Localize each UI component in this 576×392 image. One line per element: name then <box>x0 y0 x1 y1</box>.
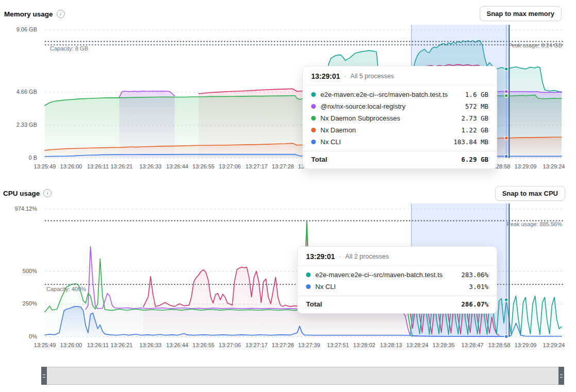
process-name: Nx Daemon Subprocesses <box>320 114 456 122</box>
x-axis-tick-label: 13:29:24 <box>543 163 565 169</box>
series-color-dot <box>306 272 311 277</box>
process-value: 3.01% <box>469 283 488 291</box>
tooltip-header: 13:29:01 · All 2 processes <box>298 247 497 265</box>
process-value: 1.6 GB <box>465 91 488 98</box>
x-axis-tick-label: 13:26:33 <box>140 342 162 348</box>
x-axis-tick-label: 13:26:44 <box>166 342 189 348</box>
process-name: @nx/nx-source:local-registry <box>320 103 461 110</box>
tooltip-row: e2e-maven:e2e-ci--src/maven-batch.test.t… <box>298 269 497 281</box>
x-axis-tick-label: 13:27:28 <box>272 163 294 169</box>
crosshair-dot <box>504 335 508 338</box>
tooltip-separator: · <box>344 73 346 80</box>
x-axis-tick-label: 13:27:17 <box>246 163 268 169</box>
series-color-dot <box>306 284 311 289</box>
tooltip-total-value: 6.29 GB <box>461 156 488 163</box>
x-axis-tick-label: 13:28:13 <box>380 342 402 348</box>
x-axis-tick-label: 13:29:09 <box>515 163 537 169</box>
y-axis-tick-label: 9.06 GB <box>16 26 37 32</box>
process-value: 283.06% <box>461 271 488 279</box>
series-color-dot <box>311 128 316 132</box>
snap-to-max-memory-button[interactable]: Snap to max memory <box>480 6 562 21</box>
memory-chart-title: Memory usage <box>4 10 53 18</box>
crosshair-dot <box>504 67 508 71</box>
y-axis-tick-label: 4.66 GB <box>16 89 37 95</box>
cpu-peak-label: Peak usage: 885.56% <box>506 221 562 227</box>
x-axis-tick-label: 13:28:58 <box>488 342 511 348</box>
process-name: Nx Daemon <box>320 126 456 134</box>
x-axis-tick-label: 13:27:17 <box>246 342 268 348</box>
cpu-y-axis: 974.12%500%250%0% <box>0 203 40 337</box>
tooltip-rows: e2e-maven:e2e-ci--src/maven-batch.test.t… <box>303 85 497 148</box>
tooltip-row: Nx CLI183.84 MB <box>303 136 497 148</box>
x-axis-tick-label: 13:25:49 <box>34 163 56 169</box>
cpu-info-icon[interactable]: i <box>43 189 52 197</box>
x-axis-tick-label: 13:26:55 <box>193 163 215 169</box>
tooltip-row: Nx CLI3.01% <box>298 281 497 293</box>
x-axis-tick-label: 13:26:44 <box>166 163 189 169</box>
tooltip-time: 13:29:01 <box>306 252 335 261</box>
process-name: e2e-maven:e2e-ci--src/maven-batch.test.t… <box>315 271 456 279</box>
x-axis-tick-label: 13:29:09 <box>515 342 537 348</box>
tooltip-total-row: Total 286.07% <box>298 296 497 313</box>
process-value: 572 MB <box>465 103 488 110</box>
cpu-x-axis: 13:25:4913:26:0013:26:1113:26:2113:26:33… <box>45 342 563 350</box>
brush-handle-right[interactable] <box>558 367 564 385</box>
x-axis-tick-label: 13:26:00 <box>60 342 82 348</box>
tooltip-subtitle: All 2 processes <box>345 253 389 260</box>
memory-chart-header: Memory usage i <box>4 10 65 18</box>
crosshair-dot <box>504 90 508 93</box>
x-axis-tick-label: 13:26:21 <box>111 163 133 169</box>
x-axis-tick-label: 13:28:47 <box>462 342 484 348</box>
memory-y-axis: 9.06 GB4.66 GB2.33 GB0 B <box>0 25 40 159</box>
process-name: e2e-maven:e2e-ci--src/maven-batch.test.t… <box>320 91 461 98</box>
brush-handle-left[interactable] <box>41 367 47 385</box>
x-axis-tick-label: 13:27:06 <box>219 163 241 169</box>
y-axis-tick-label: 0% <box>29 333 37 339</box>
crosshair-dot <box>504 94 508 97</box>
tooltip-time: 13:29:01 <box>311 72 340 80</box>
y-axis-tick-label: 2.33 GB <box>16 122 37 128</box>
tooltip-separator: · <box>339 253 341 260</box>
x-axis-tick-label: 13:26:11 <box>87 163 109 169</box>
x-axis-tick-label: 13:27:06 <box>219 342 241 348</box>
x-axis-tick-label: 13:26:00 <box>60 163 82 169</box>
x-axis-tick-label: 13:27:39 <box>298 342 320 348</box>
crosshair-dot <box>504 155 508 158</box>
x-axis-tick-label: 13:26:21 <box>111 342 133 348</box>
tooltip-subtitle: All 5 processes <box>350 73 394 80</box>
profiler-page: Memory usage i Snap to max memory 9.06 G… <box>0 0 576 392</box>
x-axis-tick-label: 13:29:24 <box>543 342 565 348</box>
process-value: 183.84 MB <box>453 138 488 146</box>
grip-icon <box>43 374 45 378</box>
series-color-dot <box>311 104 316 109</box>
process-name: Nx CLI <box>315 283 464 291</box>
cpu-capacity-label: Capacity: 400% <box>46 286 86 292</box>
crosshair-dot <box>504 137 508 140</box>
tooltip-row: Nx Daemon1.22 GB <box>303 124 497 136</box>
series-color-dot <box>311 140 316 144</box>
x-axis-tick-label: 13:26:55 <box>193 342 215 348</box>
x-axis-tick-label: 13:26:11 <box>87 342 109 348</box>
memory-info-icon[interactable]: i <box>57 10 65 18</box>
process-value: 1.22 GB <box>461 126 488 134</box>
memory-capacity-label: Capacity: 8 GB <box>50 45 88 52</box>
x-axis-tick-label: 13:28:24 <box>406 342 429 348</box>
process-value: 2.73 GB <box>461 114 488 122</box>
tooltip-total-row: Total 6.29 GB <box>303 151 497 168</box>
tooltip-row: @nx/nx-source:local-registry572 MB <box>303 100 497 112</box>
tooltip-header: 13:29:01 · All 5 processes <box>303 66 497 85</box>
snap-to-max-cpu-button[interactable]: Snap to max CPU <box>495 186 565 201</box>
tooltip-row: Nx Daemon Subprocesses2.73 GB <box>303 112 497 124</box>
memory-peak-label: Peak usage: 8.24 GB <box>508 42 562 48</box>
tooltip-total-value: 286.07% <box>461 300 488 308</box>
tooltip-rows: e2e-maven:e2e-ci--src/maven-batch.test.t… <box>298 265 497 293</box>
timeline-brush[interactable] <box>41 367 564 385</box>
x-axis-tick-label: 13:26:33 <box>140 163 162 169</box>
grip-icon <box>560 374 563 378</box>
series-color-dot <box>311 116 316 121</box>
y-axis-tick-label: 0 B <box>28 155 37 161</box>
crosshair-dot <box>504 298 508 302</box>
cpu-chart-header: CPU usage i <box>3 189 52 197</box>
y-axis-tick-label: 974.12% <box>15 206 37 212</box>
x-axis-tick-label: 13:27:51 <box>327 342 349 348</box>
